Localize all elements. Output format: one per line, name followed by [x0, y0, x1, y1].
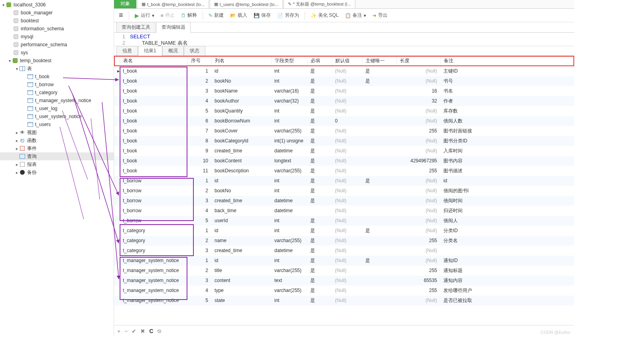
table-row[interactable]: t_category1idint是(Null)是(Null)分类ID — [114, 226, 574, 236]
delete-row-button[interactable]: − — [124, 328, 128, 334]
tab-file[interactable]: ▦t_book @temp_booktest (lo... — [137, 0, 209, 8]
views-folder[interactable]: ▸👁视图 — [0, 128, 114, 136]
col-seq[interactable]: 序号 — [187, 56, 211, 66]
db-node[interactable]: information_schema — [0, 25, 114, 33]
table-row[interactable]: t_book9created_timedatetime是(Null)(Null)… — [114, 146, 574, 156]
queries-folder[interactable]: ▸查询 — [0, 152, 114, 160]
table-label: t_users — [35, 122, 51, 127]
menu-button[interactable]: ≡ — [116, 10, 126, 20]
table-row[interactable]: t_manager_system_notice2titlevarchar(255… — [114, 266, 574, 276]
result-grid-wrap[interactable]: 表名 序号 列名 字段类型 必填 默认值 主键唯一 长度 备注 ▸t_book1… — [114, 56, 574, 325]
table-row[interactable]: t_book4bookAuthorvarchar(32)是(Null)32作者 — [114, 96, 574, 106]
table-row[interactable]: t_borrow1idint是(Null)是(Null)id — [114, 176, 574, 186]
export-button[interactable]: ➜导出 — [370, 11, 390, 20]
db-node[interactable]: sys — [0, 49, 114, 57]
table-row[interactable]: ▸t_book1idint是(Null)是(Null)主键ID — [114, 66, 574, 76]
cell-required: 是 — [307, 276, 332, 286]
tab-query-builder[interactable]: 查询创建工具 — [116, 22, 156, 32]
tab-info[interactable]: 信息 — [116, 46, 138, 55]
run-button[interactable]: ▶运行 ▾ — [132, 11, 157, 20]
reports-folder[interactable]: ▸报表 — [0, 160, 114, 168]
table-row[interactable]: t_book7bookCovervarchar(255)是(Null)255图书… — [114, 126, 574, 136]
load-button[interactable]: 📂载入 — [228, 11, 250, 20]
save-button[interactable]: 💾保存 — [251, 11, 273, 20]
remarks-button[interactable]: 📋备注 ▾ — [343, 11, 368, 20]
col-required[interactable]: 必填 — [307, 56, 332, 66]
table-row[interactable]: t_book6bookBorrowNumint是0(Null)借阅人数 — [114, 116, 574, 126]
tab-file[interactable]: ✎* 无标题 @temp_booktest (l... — [284, 0, 355, 8]
cell-seq: 3 — [187, 246, 211, 256]
table-row[interactable]: t_borrow5userIdint是(Null)(Null)借阅人 — [114, 216, 574, 226]
col-pk[interactable]: 主键唯一 — [362, 56, 396, 66]
events-folder[interactable]: ▸事件 — [0, 144, 114, 152]
tab-query-editor[interactable]: 查询编辑器 — [156, 22, 191, 33]
db-node[interactable]: performance_schema — [0, 41, 114, 49]
cell-length: (Null) — [396, 146, 440, 156]
cell-data-type: varchar(255) — [271, 286, 307, 296]
cell-remark: 借阅时间 — [440, 196, 574, 206]
accept-button[interactable]: ✔ — [132, 328, 136, 334]
table-row[interactable]: t_book10bookContentlongtext是(Null)429496… — [114, 156, 574, 166]
table-row[interactable]: t_book8bookCategoryIdint(1) unsigne是(Nul… — [114, 136, 574, 146]
stop-refresh-button[interactable]: ⦸ — [158, 327, 161, 334]
cell-required: 是 — [307, 66, 332, 76]
add-row-button[interactable]: + — [117, 328, 120, 334]
col-column-name[interactable]: 列名 — [211, 56, 271, 66]
table-node[interactable]: t_users — [0, 120, 114, 128]
table-row[interactable]: t_category3created_timedatetime是(Null)(N… — [114, 246, 574, 256]
backups-folder[interactable]: ▸备份 — [0, 168, 114, 176]
database-icon — [13, 41, 19, 48]
col-data-type[interactable]: 字段类型 — [271, 56, 307, 66]
table-row[interactable]: t_category2namevarchar(255)是(Null)255分类名 — [114, 236, 574, 246]
db-node[interactable]: mysql — [0, 33, 114, 41]
cell-data-type: varchar(32) — [271, 96, 307, 106]
table-row[interactable]: t_book3bookNamevarchar(16)是(Null)16书名 — [114, 86, 574, 96]
table-row[interactable]: t_book5bookQuantityint是(Null)(Null)库存数 — [114, 106, 574, 116]
tab-objects[interactable]: 对象 — [114, 0, 136, 8]
col-table-name[interactable]: 表名 — [120, 56, 187, 66]
refresh-button[interactable]: C — [149, 328, 153, 334]
row-indicator — [114, 296, 120, 306]
table-row[interactable]: t_borrow3created_timedatetime是(Null)(Nul… — [114, 196, 574, 206]
table-node[interactable]: t_borrow — [0, 81, 114, 89]
table-node[interactable]: t_user_system_notice — [0, 112, 114, 120]
table-row[interactable]: t_manager_system_notice3contenttext是(Nul… — [114, 276, 574, 286]
sql-editor[interactable]: 1SELECT 2TABLE_NAME 表名 — [114, 33, 574, 46]
table-row[interactable]: t_borrow4back_timedatetime(Null)(Null)归还… — [114, 206, 574, 216]
col-length[interactable]: 长度 — [396, 56, 440, 66]
table-row[interactable]: t_borrow2bookNoint是(Null)(Null)借阅的图书I — [114, 186, 574, 196]
table-node[interactable]: t_user_log — [0, 105, 114, 112]
table-row[interactable]: t_book11bookDescriptionvarchar(255)是(Nul… — [114, 166, 574, 176]
cell-data-type: int — [271, 226, 307, 236]
beautify-button[interactable]: ✨美化 SQL — [308, 11, 341, 20]
functions-folder[interactable]: ▸f()函数 — [0, 136, 114, 144]
table-node[interactable]: t_category — [0, 89, 114, 97]
db-node-active[interactable]: ▾ temp_booktest — [0, 57, 114, 65]
new-button[interactable]: ✎新建 — [206, 11, 226, 20]
cancel-button[interactable]: ✖ — [140, 328, 145, 334]
table-node[interactable]: t_book — [0, 73, 114, 81]
tables-folder[interactable]: ▾ 表 — [0, 65, 114, 73]
connection-node[interactable]: ▾ localhost_3306 — [0, 1, 114, 9]
explain-button[interactable]: 🗒解释 — [179, 11, 199, 20]
table-node[interactable]: t_manager_system_notice — [0, 97, 114, 105]
cell-table-name: t_manager_system_notice — [120, 296, 187, 306]
db-node[interactable]: booktest — [0, 17, 114, 25]
table-row[interactable]: t_book2bookNoint是(Null)是(Null)书号 — [114, 76, 574, 86]
tab-profile[interactable]: 概况 — [162, 46, 184, 55]
cell-column-name: bookCategoryId — [211, 136, 271, 146]
cell-pk — [362, 116, 396, 126]
saveas-button[interactable]: 📄另存为 — [275, 11, 301, 20]
tab-result1[interactable]: 结果1 — [138, 46, 162, 56]
col-default[interactable]: 默认值 — [332, 56, 362, 66]
tab-file[interactable]: ▦t_users @temp_booktest (lo... — [210, 0, 283, 8]
tab-status[interactable]: 状态 — [184, 46, 205, 55]
stop-button[interactable]: ■停止 — [158, 11, 177, 20]
cell-pk — [362, 286, 396, 296]
table-row[interactable]: t_manager_system_notice5stateint是(Null)(… — [114, 296, 574, 306]
col-remark[interactable]: 备注 — [440, 56, 574, 66]
table-row[interactable]: t_manager_system_notice1idint是(Null)是(Nu… — [114, 256, 574, 266]
table-row[interactable]: t_manager_system_notice4typevarchar(255)… — [114, 286, 574, 296]
db-node[interactable]: book_manager — [0, 9, 114, 17]
table-label: t_user_system_notice — [35, 114, 82, 119]
